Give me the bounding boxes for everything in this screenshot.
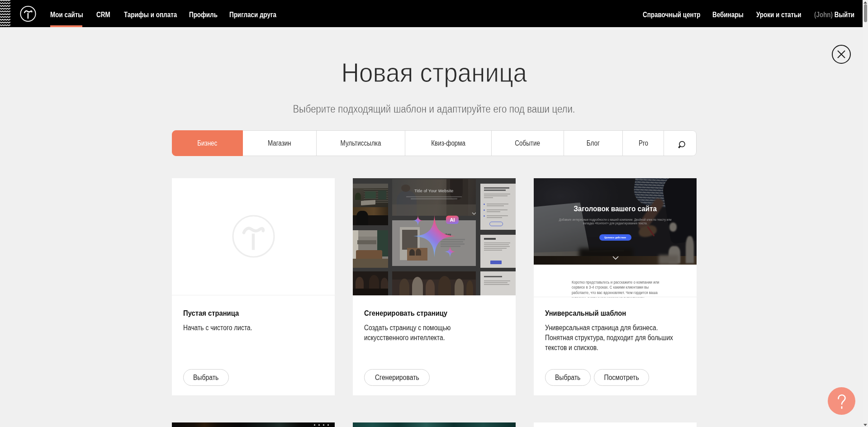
svg-text:AI: AI (450, 217, 455, 223)
